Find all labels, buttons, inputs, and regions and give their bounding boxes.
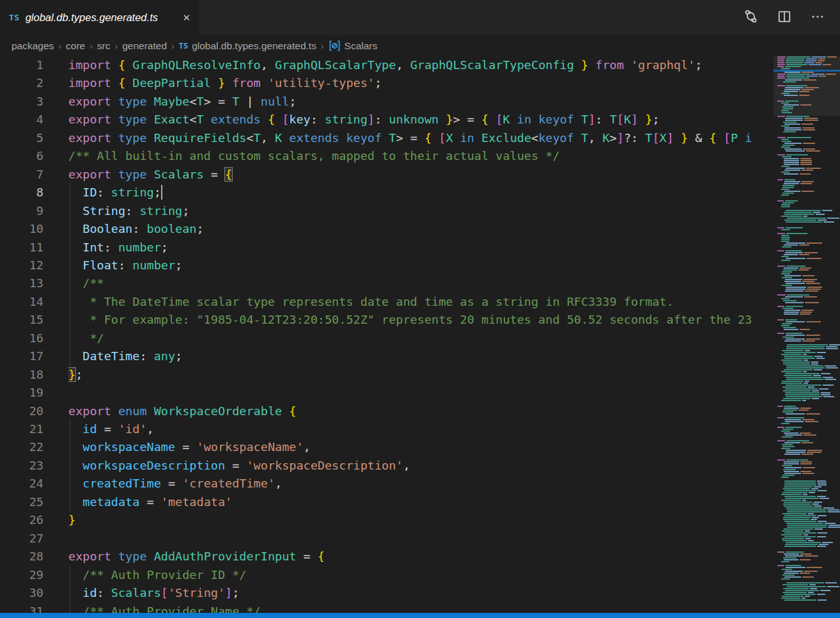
minimap-line [777,569,840,570]
code-line[interactable]: 13 /** [0,274,840,292]
minimap-line [777,275,840,276]
minimap-line [777,432,840,434]
minimap-line [777,477,840,478]
minimap-line [777,166,840,167]
code-line[interactable]: 27 [0,530,840,548]
code-line[interactable]: 8 ID: string; [0,184,840,202]
minimap-line [777,361,840,363]
minimap-line [777,469,840,470]
minimap-line [777,313,840,315]
breadcrumb-item-packages[interactable]: packages [12,40,54,52]
code-line[interactable]: 23 workspaceDescription = 'workspaceDesc… [0,457,840,475]
breadcrumb-separator: › [58,41,61,51]
code-line[interactable]: 28export type AddAuthProviderInput = { [0,548,840,566]
minimap-line [777,596,840,597]
minimap-line [777,333,840,334]
minimap-line [777,467,840,468]
minimap-line [777,148,840,150]
minimap-line [777,434,840,436]
minimap-line [777,300,840,301]
minimap-line [777,68,840,69]
code-line[interactable]: 11 Int: number; [0,239,840,257]
minimap-line [777,555,840,557]
minimap-line [777,490,840,491]
line-number: 6 [0,147,43,165]
breadcrumb-file-label: global.db.types.generated.ts [192,40,316,52]
code-line[interactable]: 30 id: Scalars['String']; [0,584,840,602]
minimap-line [777,170,840,171]
minimap-line [777,417,840,418]
code-line[interactable]: 12 Float: number; [0,257,840,274]
code-line-text: /** Auth Provider Name */ [68,603,772,614]
minimap-line [777,492,840,493]
code-line[interactable]: 17 DateTime: any; [0,347,840,365]
code-line-text: }; [68,366,772,384]
tab-global-db-types-generated-ts[interactable]: TS global.db.types.generated.ts ✕ [0,0,199,35]
minimap-line [777,77,840,79]
tab-close-icon[interactable]: ✕ [180,11,193,25]
minimap-line [777,335,840,336]
code-line[interactable]: 22 workspaceName = 'workspaceName', [0,438,840,456]
breadcrumb-item-src[interactable]: src [97,40,111,52]
minimap-line [777,141,840,142]
minimap-line [777,592,840,593]
minimap-line [777,557,840,559]
minimap-line [777,505,840,507]
minimap-line [777,150,840,152]
text-cursor [161,185,162,200]
code-line[interactable]: 31 /** Auth Provider Name */ [0,603,840,614]
minimap-line [777,400,840,401]
more-actions-button[interactable] [811,10,825,26]
minimap-line [777,551,840,553]
minimap-line [777,344,840,345]
code-line[interactable]: 5export type RequireFields<T, K extends … [0,129,840,147]
breadcrumb-separator: › [171,41,175,51]
minimap-line [777,204,840,205]
code-line[interactable]: 25 metadata = 'metadata' [0,493,840,511]
minimap-line [777,64,840,65]
code-line[interactable]: 16 */ [0,329,840,347]
breadcrumb-item-core[interactable]: core [66,40,85,52]
breadcrumb-item-file[interactable]: TSglobal.db.types.generated.ts [179,40,316,52]
code-line[interactable]: 9 String: string; [0,202,840,220]
code-line[interactable]: 1import { GraphQLResolveInfo, GraphQLSca… [0,56,840,74]
minimap-line [777,89,840,90]
minimap[interactable] [774,56,840,613]
minimap-line [777,206,840,207]
code-line[interactable]: 6/** All built-in and custom scalars, ma… [0,147,840,165]
minimap-line [777,590,840,591]
code-line[interactable]: 26} [0,511,840,529]
minimap-line [777,214,840,215]
code-editor[interactable]: 1import { GraphQLResolveInfo, GraphQLSca… [0,56,840,613]
code-line[interactable]: 10 Boolean: boolean; [0,220,840,238]
minimap-line [777,494,840,495]
minimap-line [777,244,840,246]
line-number: 16 [0,329,43,347]
minimap-line [777,294,840,296]
code-line[interactable]: 2import { DeepPartial } from 'utility-ty… [0,74,840,92]
code-line[interactable]: 19 [0,384,840,402]
minimap-line [777,118,840,119]
minimap-line [777,588,840,589]
split-editor-button[interactable] [777,10,791,26]
minimap-line [777,271,840,273]
code-line[interactable]: 29 /** Auth Provider ID */ [0,566,840,584]
code-line[interactable]: 15 * For example: "1985-04-12T23:20:50.5… [0,311,840,329]
breadcrumb-item-symbol[interactable]: Scalars [329,40,378,52]
code-line[interactable]: 21 id = 'id', [0,420,840,438]
code-line[interactable]: 4export type Exact<T extends { [key: str… [0,111,840,129]
line-number: 28 [0,548,43,566]
minimap-line [777,338,840,340]
code-line[interactable]: 3export type Maybe<T> = T | null; [0,93,840,111]
code-line[interactable]: 20export enum WorkspaceOrderable { [0,402,840,420]
minimap-line [777,302,840,303]
code-line[interactable]: 18}; [0,366,840,384]
breadcrumb-item-generated[interactable]: generated [122,40,167,52]
code-line[interactable]: 7export type Scalars = { [0,166,840,184]
minimap-line [777,502,840,503]
code-line[interactable]: 24 createdTime = 'createdTime', [0,475,840,493]
open-changes-button[interactable] [743,9,758,26]
code-line[interactable]: 14 * The DateTime scalar type represents… [0,293,840,311]
minimap-line [777,202,840,203]
minimap-line [777,229,840,230]
